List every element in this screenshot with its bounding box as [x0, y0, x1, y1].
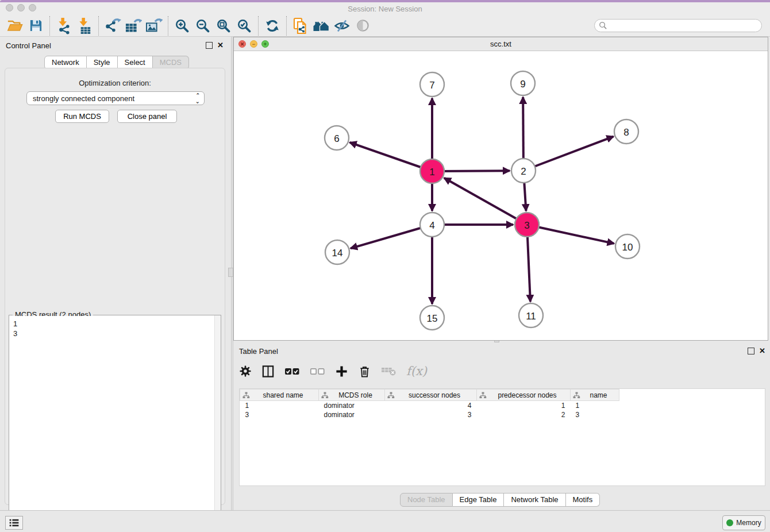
chevron-up-down-icon: ⌃⌃	[195, 93, 200, 103]
mcds-result-list[interactable]: 13	[9, 316, 221, 532]
app-title: Session: New Session	[348, 5, 422, 13]
control-panel-title: Control Panel	[6, 41, 51, 50]
node-4[interactable]: 4	[420, 213, 444, 237]
add-column-icon[interactable]	[335, 365, 348, 378]
tab-network-table[interactable]: Network Table	[504, 493, 565, 507]
table-cell[interactable]: 1	[240, 401, 319, 410]
export-table-icon[interactable]	[123, 16, 144, 36]
export-network-icon[interactable]	[102, 16, 123, 36]
show-column-panel-icon[interactable]	[261, 365, 275, 378]
close-panel-button[interactable]: Close panel	[117, 110, 177, 123]
console-list-icon[interactable]	[5, 516, 23, 530]
table-row[interactable]: 1dominator411	[240, 401, 619, 410]
table-cell[interactable]: 2	[477, 410, 571, 419]
edge-1-to-6[interactable]	[350, 142, 432, 171]
search-input[interactable]	[594, 19, 762, 32]
toolbar-separator	[286, 16, 287, 36]
node-label: 2	[521, 166, 526, 177]
table-cell[interactable]: 4	[385, 401, 477, 410]
search-icon	[599, 21, 607, 32]
network-home-icon[interactable]	[311, 16, 332, 36]
node-9[interactable]: 9	[511, 71, 535, 95]
graphics-details-eye-slash-icon[interactable]	[332, 16, 352, 36]
mcds-result-line: 1	[13, 319, 217, 329]
import-network-icon[interactable]	[53, 16, 74, 36]
node-15[interactable]: 15	[420, 306, 444, 330]
window-controls-inactive	[6, 4, 36, 11]
table-cell[interactable]: 3	[385, 410, 477, 419]
save-session-icon[interactable]	[25, 16, 46, 36]
column-header-predecessor-nodes[interactable]: predecessor nodes	[477, 390, 571, 401]
column-header-shared-name[interactable]: shared name	[240, 390, 319, 401]
table-toolbar: f(x)	[239, 360, 427, 383]
panel-divider-grip[interactable]	[228, 268, 233, 277]
node-3[interactable]: 3	[515, 213, 539, 237]
maximize-network-button[interactable]: +	[261, 40, 269, 48]
node-label: 1	[429, 167, 434, 178]
toolbar-search	[594, 19, 762, 32]
tab-edge-table[interactable]: Edge Table	[453, 493, 505, 507]
table-cell[interactable]: 3	[240, 410, 319, 419]
zoom-selected-icon[interactable]	[234, 16, 255, 36]
network-window-controls: ✕ − +	[238, 40, 269, 48]
column-header-name[interactable]: name	[571, 390, 619, 401]
close-panel-icon[interactable]: ✕	[217, 41, 224, 49]
edge-3-to-1[interactable]	[444, 178, 527, 225]
close-network-button[interactable]: ✕	[238, 40, 246, 48]
node-6[interactable]: 6	[325, 126, 349, 150]
network-view-window: scc.txt ✕ − + 7968124314101511	[233, 37, 768, 341]
node-10[interactable]: 10	[615, 234, 640, 259]
apply-layout-icon[interactable]	[262, 16, 283, 36]
table-cell[interactable]: 1	[477, 401, 571, 410]
select-all-columns-icon[interactable]	[284, 367, 300, 376]
unselect-all-columns-icon[interactable]	[310, 367, 325, 376]
table-cell[interactable]: dominator	[319, 401, 385, 410]
minimize-window-button[interactable]	[17, 4, 25, 11]
control-panel-header: Control Panel ✕	[0, 37, 231, 54]
node-2[interactable]: 2	[511, 159, 536, 183]
network-canvas[interactable]: 7968124314101511	[234, 51, 768, 340]
function-builder-disabled-icon: f(x)	[406, 364, 427, 378]
maximize-window-button[interactable]	[29, 4, 36, 11]
close-window-button[interactable]	[6, 4, 13, 11]
node-table: shared nameMCDS rolesuccessor nodesprede…	[239, 388, 765, 486]
zoom-in-icon[interactable]	[172, 16, 192, 36]
memory-button[interactable]: Memory	[722, 515, 765, 530]
zoom-fit-icon[interactable]	[213, 16, 234, 36]
zoom-out-icon[interactable]	[192, 16, 213, 36]
float-table-panel-icon[interactable]	[748, 348, 754, 354]
node-label: 4	[429, 220, 434, 231]
table-cell[interactable]: 1	[571, 401, 619, 410]
clone-network-icon[interactable]	[290, 16, 311, 36]
tab-motifs[interactable]: Motifs	[566, 493, 600, 507]
node-8[interactable]: 8	[614, 119, 638, 144]
edge-3-to-10[interactable]	[527, 225, 614, 244]
export-image-icon[interactable]	[144, 16, 164, 36]
close-table-panel-icon[interactable]: ✕	[759, 346, 765, 355]
run-mcds-button[interactable]: Run MCDS	[55, 110, 109, 123]
node-7[interactable]: 7	[420, 72, 444, 97]
table-settings-gear-icon[interactable]	[239, 365, 252, 377]
table-cell[interactable]: dominator	[319, 410, 385, 419]
minimize-network-button[interactable]: −	[250, 40, 257, 48]
float-panel-icon[interactable]	[206, 42, 213, 49]
tab-node-table[interactable]: Node Table	[400, 493, 453, 507]
toolbar-separator	[98, 16, 99, 36]
node-label: 14	[332, 248, 343, 259]
table-cell[interactable]: 3	[571, 410, 619, 419]
node-11[interactable]: 11	[519, 303, 543, 327]
node-1[interactable]: 1	[420, 159, 444, 183]
optimization-criterion-label: Optimization criterion:	[5, 79, 225, 87]
edge-2-to-8[interactable]	[523, 137, 614, 171]
node-14[interactable]: 14	[325, 240, 349, 264]
table-row[interactable]: 3dominator323	[240, 410, 619, 419]
open-folder-icon[interactable]	[5, 16, 25, 36]
column-header-successor-nodes[interactable]: successor nodes	[385, 390, 477, 401]
result-scrollbar[interactable]	[214, 315, 221, 532]
delete-column-trash-icon[interactable]	[358, 365, 371, 378]
import-table-icon[interactable]	[74, 16, 95, 36]
column-header-MCDS-role[interactable]: MCDS role	[319, 390, 385, 401]
criterion-dropdown[interactable]: strongly connected component ⌃⌃	[26, 91, 205, 105]
node-label: 9	[520, 79, 525, 90]
node-label: 11	[526, 311, 536, 322]
